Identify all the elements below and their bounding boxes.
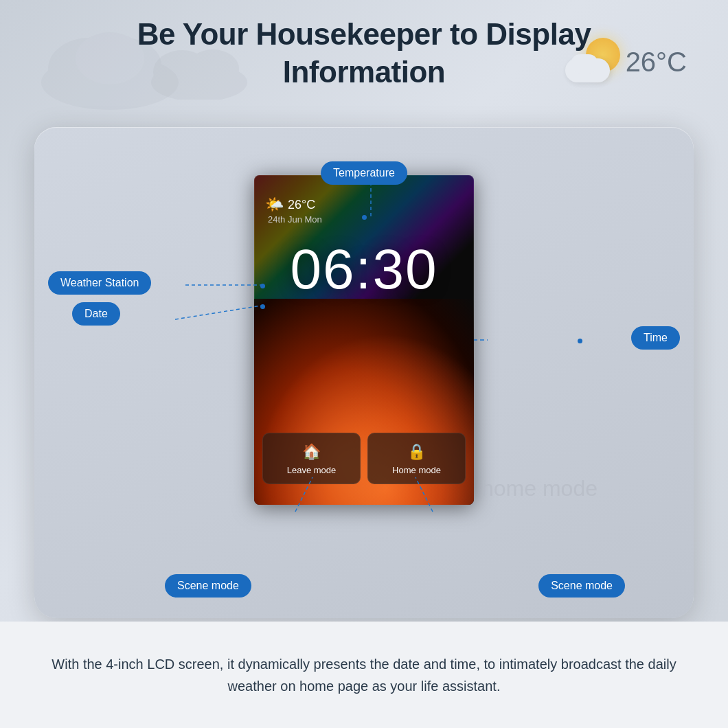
home-mode-label: Home mode (392, 465, 441, 475)
description-section: With the 4-inch LCD screen, it dynamical… (0, 622, 728, 728)
screen-weather-display: 🌤️ 26°C (265, 196, 315, 214)
heading-line1: Be Your Housekeeper to Display (0, 15, 728, 53)
screen-weather-icon: 🌤️ (265, 196, 284, 214)
watermark-text: home mode (481, 476, 598, 501)
screen-modes-container: 🏠 Leave mode 🔒 Home mode (262, 433, 466, 484)
page-heading: Be Your Housekeeper to Display Informati… (0, 15, 728, 91)
annotation-time: Time (631, 326, 680, 350)
leave-mode-button[interactable]: 🏠 Leave mode (262, 433, 361, 484)
screen-time: 06:30 (254, 237, 474, 302)
annotation-temperature: Temperature (321, 161, 407, 185)
svg-line-9 (175, 306, 261, 319)
annotation-scene-mode-1: Scene mode (165, 574, 251, 598)
annotation-scene-mode-2: Scene mode (538, 574, 625, 598)
annotation-date: Date (72, 302, 120, 326)
home-mode-button[interactable]: 🔒 Home mode (367, 433, 466, 484)
heading-line2: Information (0, 53, 728, 91)
leave-mode-label: Leave mode (287, 465, 337, 475)
screen-temperature: 26°C (288, 198, 315, 212)
device-screen: 🌤️ 26°C 24th Jun Mon 06:30 🏠 Leave mode … (254, 175, 474, 505)
annotation-weather-station: Weather Station (48, 271, 151, 295)
description-text: With the 4-inch LCD screen, it dynamical… (41, 653, 687, 697)
screen-date: 24th Jun Mon (268, 214, 322, 225)
leave-mode-icon: 🏠 (302, 443, 321, 461)
device-card: 🌤️ 26°C 24th Jun Mon 06:30 🏠 Leave mode … (34, 127, 694, 618)
home-mode-icon: 🔒 (407, 443, 426, 461)
